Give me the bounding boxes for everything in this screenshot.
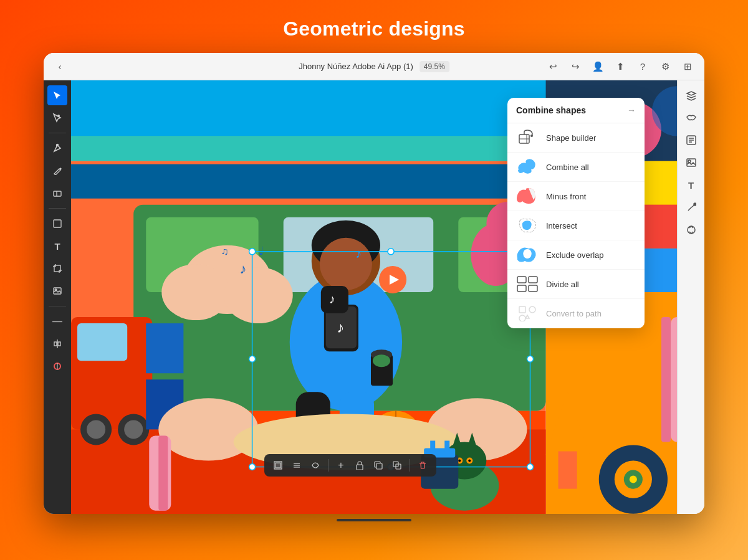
svg-point-0 [57, 115, 60, 117]
direct-select-tool[interactable] [47, 108, 67, 128]
rectangle-tool[interactable] [47, 214, 67, 234]
eraser-tool[interactable] [47, 183, 67, 203]
svg-rect-127 [529, 285, 537, 292]
svg-point-101 [249, 464, 256, 470]
text-button[interactable]: T [681, 175, 701, 195]
panel-title: Combine shapes [516, 105, 586, 115]
svg-point-1 [57, 145, 59, 146]
layers-button[interactable] [681, 85, 701, 105]
svg-rect-57 [146, 323, 183, 373]
exclude-overlap-label: Exclude overlap [546, 250, 604, 260]
pen-button[interactable] [681, 197, 701, 217]
svg-text:♪: ♪ [329, 292, 335, 306]
zoom-level[interactable]: 49.5% [420, 61, 449, 72]
svg-rect-79 [559, 452, 577, 489]
crop-tool[interactable] [47, 259, 67, 278]
divide-all-item[interactable]: Divide all [507, 270, 645, 299]
copy-button[interactable] [370, 457, 387, 474]
svg-rect-4 [54, 220, 61, 227]
select-tool[interactable] [47, 85, 67, 105]
svg-rect-126 [529, 277, 537, 283]
document-title: Jhonny Núñez Adobe Ai App (1) [299, 62, 413, 71]
separator [410, 459, 410, 472]
panel-expand-icon[interactable]: → [627, 105, 636, 115]
redo-button[interactable]: ↪ [567, 59, 583, 75]
svg-point-99 [249, 249, 256, 255]
convert-to-path-label: Convert to path [546, 309, 602, 318]
svg-rect-13 [54, 342, 57, 346]
shape-builder-item[interactable]: Shape builder [507, 123, 645, 153]
page-title: Geometric designs [283, 17, 465, 40]
image-tool[interactable] [47, 281, 67, 301]
exclude-overlap-item[interactable]: Exclude overlap [507, 240, 645, 270]
right-sidebar: T [677, 80, 704, 514]
svg-point-39 [373, 354, 390, 367]
back-button[interactable]: ‹ [52, 59, 67, 74]
svg-text:♫: ♫ [221, 245, 228, 257]
color-tool[interactable] [47, 356, 67, 376]
user-icon[interactable]: 👤 [590, 59, 606, 75]
pen-tool[interactable] [47, 138, 67, 158]
frame-button[interactable] [269, 457, 287, 474]
text-tool[interactable]: T [47, 236, 67, 256]
svg-point-106 [527, 356, 534, 362]
minus-tool[interactable]: — [47, 311, 67, 331]
transform-button[interactable] [681, 220, 701, 240]
intersect-item[interactable]: Intersect [507, 211, 645, 240]
share-button[interactable]: ⬆ [612, 59, 628, 75]
svg-rect-117 [376, 463, 382, 469]
svg-text:♩: ♩ [259, 245, 264, 257]
settings-button[interactable]: ⚙ [657, 59, 673, 75]
minus-front-item[interactable]: Minus front [507, 182, 645, 211]
convert-to-path-icon [516, 304, 539, 323]
svg-text:♪: ♪ [240, 261, 247, 277]
svg-text:♪: ♪ [355, 247, 362, 260]
exclude-overlap-icon [516, 245, 539, 264]
svg-point-33 [320, 238, 372, 290]
minus-front-icon [516, 187, 539, 206]
image-button[interactable] [681, 153, 701, 173]
help-button[interactable]: ? [635, 59, 651, 75]
svg-point-86 [458, 460, 461, 462]
pencil-tool[interactable] [47, 161, 67, 181]
arrange-button[interactable] [388, 457, 406, 474]
shape-builder-icon [516, 128, 539, 147]
add-button[interactable]: + [332, 457, 350, 474]
canvas-area[interactable]: ♪ [71, 80, 677, 514]
separator [328, 459, 328, 472]
delete-button[interactable] [414, 457, 431, 474]
divide-all-label: Divide all [546, 280, 579, 289]
svg-rect-91 [444, 440, 449, 452]
svg-rect-14 [58, 342, 60, 346]
app-window: ‹ Jhonny Núñez Adobe Ai App (1) 49.5% ↩ … [44, 53, 704, 514]
lock-button[interactable] [351, 457, 368, 474]
effects-button[interactable] [681, 108, 701, 128]
svg-rect-124 [517, 277, 526, 283]
list-button[interactable] [288, 457, 305, 474]
undo-button[interactable]: ↩ [545, 59, 561, 75]
panel-header: Combine shapes → [507, 98, 645, 123]
shape-builder-label: Shape builder [546, 133, 596, 143]
svg-text:♪: ♪ [337, 319, 344, 336]
combine-all-item[interactable]: Combine all [507, 153, 645, 182]
home-indicator [337, 519, 411, 521]
left-toolbar: T — [44, 80, 71, 514]
svg-rect-135 [687, 159, 696, 166]
svg-rect-2 [54, 191, 61, 196]
minus-front-label: Minus front [546, 192, 586, 201]
history-button[interactable] [681, 130, 701, 150]
svg-rect-97 [661, 317, 671, 442]
main-area: T — [44, 80, 704, 514]
layout-button[interactable]: ⊞ [679, 59, 696, 75]
title-bar: ‹ Jhonny Núñez Adobe Ai App (1) 49.5% ↩ … [44, 53, 704, 80]
distribute-tool[interactable] [47, 334, 67, 354]
warp-button[interactable] [307, 457, 324, 474]
combine-shapes-panel: Combine shapes → Shape builde [507, 98, 645, 328]
svg-point-121 [530, 135, 533, 137]
svg-point-138 [688, 226, 695, 234]
svg-point-105 [249, 356, 256, 362]
divider [49, 306, 66, 306]
svg-rect-96 [671, 317, 677, 442]
svg-point-137 [694, 203, 696, 206]
svg-point-87 [468, 460, 471, 462]
